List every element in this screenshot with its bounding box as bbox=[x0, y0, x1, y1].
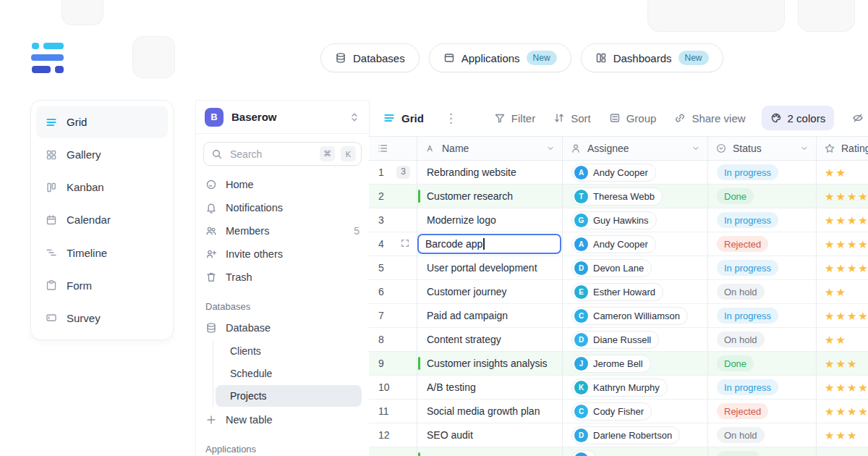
database-item[interactable]: Database bbox=[196, 316, 369, 339]
search-box[interactable]: ⌘ K bbox=[203, 142, 362, 166]
search-input[interactable] bbox=[229, 148, 314, 161]
assignee-cell[interactable]: GGuy Hawkins bbox=[563, 208, 708, 232]
assignee-chip[interactable]: GGuy Hawkins bbox=[571, 211, 657, 229]
assignee-cell[interactable] bbox=[563, 447, 708, 456]
column-header-status[interactable]: Status bbox=[708, 137, 817, 160]
chevron-updown-icon[interactable] bbox=[349, 111, 360, 123]
current-view-button[interactable]: Grid bbox=[383, 112, 424, 124]
table-row[interactable]: 11Social media growth planCCody FisherRe… bbox=[369, 400, 868, 423]
table-row[interactable]: 3Modernize logoGGuy HawkinsIn progress★★… bbox=[369, 208, 868, 232]
row-number-cell[interactable] bbox=[369, 447, 417, 456]
status-cell[interactable]: Rejected bbox=[708, 232, 817, 256]
nav-pill-dashboards[interactable]: DashboardsNew bbox=[581, 43, 723, 72]
status-cell[interactable]: Done bbox=[708, 185, 817, 208]
status-cell[interactable]: Done bbox=[708, 352, 817, 375]
star-rating[interactable]: ★★★★ bbox=[825, 382, 868, 393]
table-item-clients[interactable]: Clients bbox=[216, 340, 362, 362]
table-row[interactable]: 4Barcode appAAndy CooperRejected★★★★ bbox=[369, 232, 868, 256]
rating-cell[interactable]: ★★★★ bbox=[817, 400, 868, 423]
sidebar-item-timeline[interactable]: Timeline bbox=[36, 237, 168, 269]
sidebar-item-kanban[interactable]: Kanban bbox=[36, 171, 168, 203]
table-row[interactable]: 10A/B testingKKathryn MurphyIn progress★… bbox=[369, 376, 868, 400]
assignee-chip[interactable]: AAndy Cooper bbox=[571, 164, 656, 182]
table-item-schedule[interactable]: Schedule bbox=[216, 363, 362, 384]
assignee-chip[interactable]: EEsther Howard bbox=[571, 283, 663, 301]
new-table-button[interactable]: New table bbox=[196, 408, 369, 431]
rating-cell[interactable]: ★★★★ bbox=[817, 304, 868, 327]
row-number-cell[interactable]: 2 bbox=[369, 185, 417, 208]
status-cell[interactable]: In progress bbox=[708, 256, 817, 279]
row-number-cell[interactable]: 4 bbox=[369, 232, 417, 256]
rating-cell[interactable]: ★★★★ bbox=[817, 256, 868, 279]
assignee-chip[interactable]: AAndy Cooper bbox=[571, 235, 656, 253]
nav-pill-databases[interactable]: Databases bbox=[320, 43, 420, 72]
name-cell[interactable]: User portal development bbox=[417, 256, 563, 279]
toolbar-button-sort[interactable]: Sort bbox=[553, 112, 591, 124]
rating-cell[interactable]: ★★★★ bbox=[817, 447, 868, 456]
table-item-projects[interactable]: Projects bbox=[216, 385, 362, 407]
row-number-cell[interactable]: 12 bbox=[369, 423, 417, 447]
table-row[interactable]: 9Customer insights analysisJJerome BellD… bbox=[369, 352, 868, 376]
name-cell[interactable]: Content strategy bbox=[417, 328, 563, 351]
table-row[interactable]: 6Customer journeyEEsther HowardOn hold★★ bbox=[369, 280, 868, 304]
status-cell[interactable]: In progress bbox=[708, 376, 817, 399]
status-cell[interactable]: On hold bbox=[708, 328, 817, 351]
sidebar-item-survey[interactable]: Survey bbox=[36, 302, 168, 334]
column-header-rating[interactable]: Rating bbox=[817, 137, 868, 160]
sidebar-item-calendar[interactable]: Calendar bbox=[36, 203, 168, 236]
rating-cell[interactable]: ★★★ bbox=[817, 423, 868, 447]
name-cell[interactable]: Customer research bbox=[417, 185, 563, 208]
status-cell[interactable]: On hold bbox=[708, 423, 817, 447]
status-cell[interactable]: On hold bbox=[708, 280, 817, 303]
assignee-cell[interactable]: DDevon Lane bbox=[563, 256, 708, 279]
name-cell[interactable]: Customer journey bbox=[417, 280, 563, 303]
menu-item-home[interactable]: Home bbox=[196, 173, 369, 196]
table-row[interactable]: 13Rebranding websiteAAndy CooperIn progr… bbox=[369, 161, 868, 185]
table-row[interactable]: ★★★★ bbox=[369, 447, 868, 456]
star-rating[interactable]: ★★ bbox=[825, 287, 847, 297]
rating-cell[interactable]: ★★★ bbox=[817, 352, 868, 375]
rating-cell[interactable]: ★★★★ bbox=[817, 208, 868, 232]
status-cell[interactable] bbox=[708, 447, 817, 456]
name-cell[interactable]: Barcode app bbox=[417, 232, 563, 256]
row-number-cell[interactable]: 10 bbox=[369, 376, 417, 399]
menu-item-trash[interactable]: Trash bbox=[196, 266, 369, 289]
rating-cell[interactable]: ★★ bbox=[817, 328, 868, 351]
toolbar-button-group[interactable]: Group bbox=[609, 112, 657, 124]
assignee-chip[interactable]: KKathryn Murphy bbox=[571, 379, 668, 397]
star-rating[interactable]: ★★★ bbox=[825, 358, 858, 369]
star-rating[interactable]: ★★ bbox=[825, 334, 847, 345]
toolbar-button-filter[interactable]: Filter bbox=[494, 112, 535, 124]
nav-pill-applications[interactable]: ApplicationsNew bbox=[429, 43, 571, 72]
star-rating[interactable]: ★★★ bbox=[825, 430, 858, 441]
table-row[interactable]: 2Customer researchTTheresa WebbDone★★★★ bbox=[369, 185, 868, 208]
star-rating[interactable]: ★★ bbox=[825, 167, 847, 178]
assignee-cell[interactable]: EEsther Howard bbox=[563, 280, 708, 303]
row-number-cell[interactable]: 3 bbox=[369, 208, 417, 232]
assignee-cell[interactable]: TTheresa Webb bbox=[563, 185, 708, 208]
table-row[interactable]: 5User portal developmentDDevon LaneIn pr… bbox=[369, 256, 868, 280]
toolbar-button-2-colors[interactable]: 2 colors bbox=[762, 106, 835, 130]
assignee-chip[interactable]: DDevon Lane bbox=[571, 259, 652, 277]
name-cell[interactable]: Customer insights analysis bbox=[417, 352, 563, 375]
assignee-chip[interactable]: DDiane Russell bbox=[571, 331, 659, 349]
name-cell[interactable]: Paid ad campaign bbox=[417, 304, 563, 327]
sidebar-item-gallery[interactable]: Gallery bbox=[36, 138, 168, 171]
sidebar-item-form[interactable]: Form bbox=[36, 269, 168, 302]
assignee-chip[interactable]: DDarlene Robertson bbox=[571, 426, 680, 444]
column-header-name[interactable]: Name bbox=[417, 137, 563, 160]
toolbar-button-share-view[interactable]: Share view bbox=[674, 112, 745, 124]
row-number-cell[interactable]: 6 bbox=[369, 280, 417, 303]
row-number-cell[interactable]: 11 bbox=[369, 400, 417, 423]
row-number-cell[interactable]: 9 bbox=[369, 352, 417, 375]
name-cell[interactable]: Modernize logo bbox=[417, 208, 563, 232]
name-cell-editor[interactable]: Barcode app bbox=[417, 234, 561, 254]
table-row[interactable]: 12SEO auditDDarlene RobertsonOn hold★★★ bbox=[369, 423, 868, 447]
toolbar-button-hide-field[interactable]: Hide field bbox=[852, 112, 868, 124]
row-comment-count[interactable]: 3 bbox=[396, 166, 410, 178]
assignee-chip[interactable]: TTheresa Webb bbox=[571, 187, 663, 206]
star-rating[interactable]: ★★★★ bbox=[825, 239, 868, 250]
workspace-header[interactable]: B Baserow bbox=[196, 101, 369, 134]
menu-item-notifications[interactable]: Notifications bbox=[196, 196, 369, 219]
assignee-cell[interactable]: AAndy Cooper bbox=[563, 232, 708, 256]
